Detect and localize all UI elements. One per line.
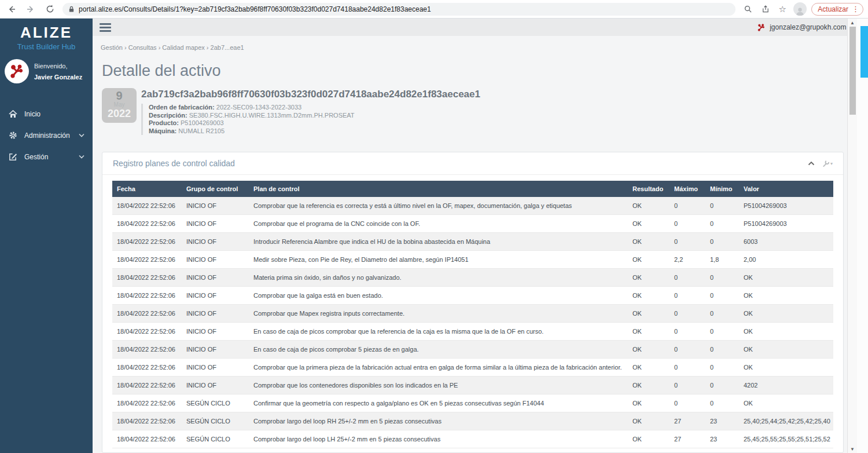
gear-icon — [8, 131, 17, 140]
date-day: 9 — [102, 90, 137, 101]
settings-wrench-icon[interactable]: ▾ — [822, 160, 833, 167]
table-cell: INICIO OF — [182, 305, 249, 323]
date-month: May — [102, 101, 137, 108]
field-value: P51004269003 — [181, 119, 224, 126]
table-cell: INICIO OF — [182, 197, 249, 215]
forward-icon[interactable] — [23, 1, 38, 17]
table-cell: 18/04/2022 22:52:06 — [112, 430, 182, 448]
table-row[interactable]: 18/04/2022 22:52:06SEGÚN CICLOComprobar … — [112, 412, 833, 430]
breadcrumb[interactable]: Gestión › Consultas › Calidad mapex › 2a… — [101, 36, 855, 51]
table-cell: OK — [739, 394, 833, 412]
table-cell: 0 — [670, 215, 705, 233]
share-icon[interactable] — [759, 3, 771, 16]
table-row[interactable]: 18/04/2022 22:52:06INICIO OFComprobar qu… — [112, 287, 833, 305]
table-cell: 0 — [705, 323, 739, 341]
reload-icon[interactable] — [42, 1, 58, 17]
table-cell: 18/04/2022 22:52:06 — [112, 251, 182, 269]
table-cell: 18/04/2022 22:52:06 — [112, 377, 182, 394]
table-cell: OK — [628, 394, 670, 412]
table-cell: 0 — [705, 287, 739, 305]
page-scrollbar[interactable]: ▲ ▼ — [847, 19, 857, 453]
table-cell: INICIO OF — [182, 251, 249, 269]
column-header-plan[interactable]: Plan de control — [249, 181, 628, 197]
scrollbar-thumb[interactable] — [849, 27, 856, 115]
bookmark-star-icon[interactable]: ☆ — [776, 3, 789, 16]
brand-block: ALIZE Trust Builder Hub — [0, 19, 93, 51]
table-row[interactable]: 18/04/2022 22:52:06INICIO OFComprobar qu… — [112, 305, 833, 323]
field-value: NUMALL R2105 — [178, 127, 225, 134]
table-cell: 0 — [670, 305, 705, 323]
browser-update-button[interactable]: Actualizar ⋮ — [811, 3, 863, 16]
table-row[interactable]: 18/04/2022 22:52:06INICIO OFComprobar qu… — [112, 197, 833, 215]
scroll-down-icon[interactable]: ▼ — [850, 445, 855, 453]
table-cell: 0 — [705, 377, 739, 394]
table-cell: OK — [628, 287, 670, 305]
zoom-search-icon[interactable] — [741, 3, 754, 16]
table-cell: 18/04/2022 22:52:06 — [112, 341, 182, 359]
date-year: 2022 — [102, 108, 137, 120]
table-cell: 0 — [670, 287, 705, 305]
table-cell: 18/04/2022 22:52:06 — [112, 412, 182, 430]
table-cell: 18/04/2022 22:52:06 — [112, 197, 182, 215]
table-row[interactable]: 18/04/2022 22:52:06INICIO OFEn caso de c… — [112, 341, 833, 359]
sidebar-item-gestion[interactable]: Gestión — [0, 146, 93, 167]
table-row[interactable]: 18/04/2022 22:52:06INICIO OFComprobar qu… — [112, 215, 833, 233]
user-name: Javier Gonzalez — [34, 74, 82, 81]
table-row[interactable]: 18/04/2022 22:52:06INICIO OFComprobar qu… — [112, 377, 833, 394]
table-cell: OK — [628, 215, 670, 233]
table-cell: 18/04/2022 22:52:06 — [112, 233, 182, 251]
collapse-chevron-up-icon[interactable] — [808, 161, 815, 166]
table-cell: 0 — [670, 394, 705, 412]
table-cell: 2,2 — [670, 251, 705, 269]
table-row[interactable]: 18/04/2022 22:52:06SEGÚN CICLOComprobar … — [112, 430, 833, 448]
table-cell: Comprobar que la referencia es correcta … — [249, 197, 628, 215]
column-header-fecha[interactable]: Fecha — [112, 181, 182, 197]
company-logo-icon — [757, 23, 766, 32]
sidebar: ALIZE Trust Builder Hub — [0, 19, 93, 453]
column-header-maximo[interactable]: Máximo — [670, 181, 705, 197]
browser-toolbar: portal.alize.es/Consults/Details/1?key=2… — [0, 0, 868, 19]
browser-profile-avatar[interactable] — [793, 2, 807, 16]
column-header-valor[interactable]: Valor — [739, 181, 833, 197]
sidebar-item-label: Gestión — [24, 153, 79, 161]
table-cell: 1,8 — [705, 251, 739, 269]
table-row[interactable]: 18/04/2022 22:52:06INICIO OFIntroducir R… — [112, 233, 833, 251]
column-header-resultado[interactable]: Resultado — [628, 181, 670, 197]
address-bar[interactable]: portal.alize.es/Consults/Details/1?key=2… — [62, 3, 735, 16]
kebab-menu-icon[interactable]: ⋮ — [852, 5, 859, 13]
table-row[interactable]: 18/04/2022 22:52:06INICIO OFEn caso de c… — [112, 323, 833, 341]
control-plans-table: Fecha Grupo de control Plan de control R… — [112, 181, 833, 448]
table-cell: Comprobar que la primera pieza de la fab… — [249, 359, 628, 377]
user-menu[interactable]: jgonzalez@grupokh.com ▾ — [757, 23, 853, 32]
table-cell: Introducir Referencia Alambre que indica… — [249, 233, 628, 251]
chevron-down-icon — [79, 155, 84, 159]
control-plans-card: Registro planes de control calidad ▾ — [102, 152, 844, 453]
chevron-down-icon — [79, 133, 84, 137]
field-label: Producto: — [149, 119, 179, 126]
table-row[interactable]: 18/04/2022 22:52:06INICIO OFMateria prim… — [112, 269, 833, 287]
table-cell: 4202 — [739, 377, 833, 394]
table-cell: 27 — [670, 412, 705, 430]
table-cell: OK — [628, 323, 670, 341]
table-cell: Medir sobre Pieza, con Pie de Rey, el Di… — [249, 251, 628, 269]
user-profile: Bienvenido, Javier Gonzalez — [0, 59, 93, 83]
back-icon[interactable] — [3, 1, 19, 17]
table-cell: SEGÚN CICLO — [182, 394, 249, 412]
field-orden: Orden de fabricación: 2022-SEC09-1343-20… — [149, 104, 480, 112]
avatar — [5, 59, 29, 83]
column-header-minimo[interactable]: Mínimo — [705, 181, 739, 197]
scroll-up-icon[interactable]: ▲ — [850, 19, 855, 27]
table-cell: 0 — [705, 341, 739, 359]
sidebar-item-administracion[interactable]: Administración — [0, 125, 93, 146]
table-row[interactable]: 18/04/2022 22:52:06INICIO OFComprobar qu… — [112, 359, 833, 377]
table-row[interactable]: 18/04/2022 22:52:06SEGÚN CICLOConfirmar … — [112, 394, 833, 412]
column-header-grupo[interactable]: Grupo de control — [182, 181, 249, 197]
hamburger-menu-icon[interactable] — [100, 23, 111, 32]
table-cell: 23 — [705, 430, 739, 448]
table-cell: OK — [739, 341, 833, 359]
sidebar-item-inicio[interactable]: Inicio — [0, 103, 93, 125]
table-cell: P51004269003 — [739, 197, 833, 215]
asset-detail: 9 May 2022 2ab719cf3a2bab96f8ff70630f03b… — [102, 88, 855, 135]
table-cell: 0 — [670, 341, 705, 359]
table-row[interactable]: 18/04/2022 22:52:06INICIO OFMedir sobre … — [112, 251, 833, 269]
